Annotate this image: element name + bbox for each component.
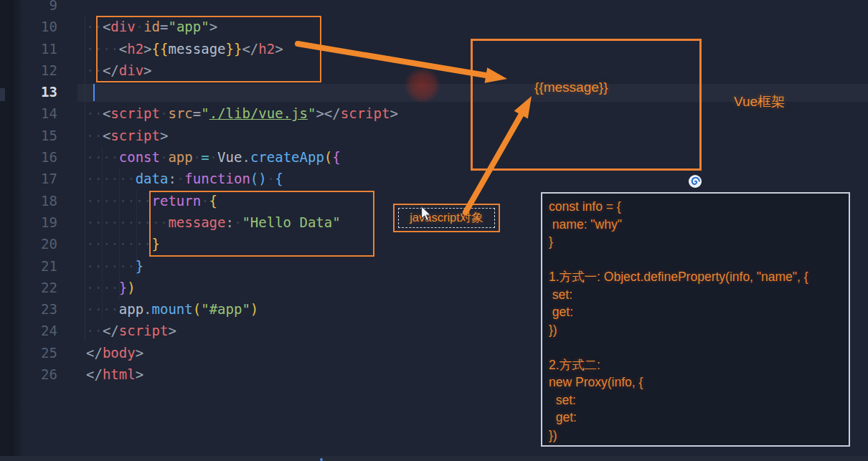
code-token: · <box>160 149 168 165</box>
code-token: · <box>209 149 217 165</box>
code-token: ·· <box>86 105 103 121</box>
code-token: ···· <box>86 301 119 317</box>
code-token: < <box>103 128 110 143</box>
code-token: src <box>168 105 192 121</box>
note-line: const info = { <box>549 198 842 216</box>
line-number: 23 <box>0 298 57 320</box>
code-token: > <box>136 366 143 382</box>
code-token: · <box>176 171 184 186</box>
line-number: 20 <box>0 233 57 255</box>
line-number: 19 <box>0 212 57 233</box>
note-line: name: "why" <box>549 216 842 234</box>
code-token: } <box>136 258 143 274</box>
code-token: app <box>119 301 143 317</box>
code-token: ) <box>250 301 258 317</box>
code-token: ·· <box>86 323 103 338</box>
editor-screen: 910··<div·id="app">11····<h2>{{message}}… <box>0 0 868 461</box>
line-number: 9 <box>0 0 57 16</box>
code-token: "#app" <box>201 301 250 317</box>
line-number: 15 <box>0 125 57 146</box>
note-line: get: <box>549 409 842 427</box>
code-token: " <box>308 105 316 121</box>
code-text: ····app.mount("#app") <box>86 298 258 320</box>
code-token: </ <box>324 105 341 121</box>
code-token: app <box>168 149 192 165</box>
code-token: Vue <box>217 149 242 165</box>
code-text: ······} <box>86 255 143 277</box>
code-token: ······ <box>86 171 136 186</box>
code-token: script <box>119 323 169 338</box>
code-token: " <box>201 105 209 121</box>
code-token: > <box>168 323 176 338</box>
code-token: > <box>390 105 397 121</box>
vue-framework-label: Vue框架 <box>734 92 785 111</box>
code-token: = <box>201 149 209 165</box>
line-number: 16 <box>0 146 57 168</box>
code-token: · <box>267 171 275 186</box>
code-token: ( <box>324 149 332 165</box>
code-token: script <box>110 128 160 143</box>
line-number: 24 <box>0 320 57 341</box>
note-line: new Proxy(info, { <box>549 374 842 391</box>
line-number: 22 <box>0 277 57 298</box>
code-token: : <box>168 171 176 186</box>
code-token: ···· <box>86 280 119 295</box>
code-token: mount <box>152 301 193 317</box>
note-line: } <box>549 233 842 251</box>
code-token: . <box>143 301 151 317</box>
note-line: get: <box>549 303 842 321</box>
code-token: const <box>119 149 160 165</box>
line-number: 12 <box>0 60 57 81</box>
code-line[interactable]: 17······data:·function()·{ <box>0 168 868 189</box>
code-token: ·· <box>86 128 103 143</box>
code-token: ········ <box>86 236 152 252</box>
annotation-rect-return-block <box>149 191 374 257</box>
laser-pointer-dot <box>405 67 440 103</box>
note-line: set: <box>549 391 842 409</box>
code-token: = <box>193 105 201 121</box>
code-token: </ <box>103 323 119 338</box>
code-token: ) <box>127 280 135 295</box>
code-line[interactable]: 9 <box>0 0 868 16</box>
line-number: 13 <box>0 81 57 103</box>
code-token: > <box>136 345 143 361</box>
code-text: </html> <box>86 363 143 385</box>
code-token: . <box>242 149 250 165</box>
code-token: </ <box>86 366 103 382</box>
code-line[interactable]: 15··<script> <box>0 125 868 146</box>
code-token: · <box>160 105 168 121</box>
line-number: 10 <box>0 16 57 37</box>
note-line: set: <box>549 286 842 304</box>
code-token: < <box>103 105 110 121</box>
annotation-rect-html-block <box>96 16 321 82</box>
code-token: </ <box>86 345 103 361</box>
code-token: ( <box>193 301 201 317</box>
annotation-rect-js-object: javascript对象 <box>393 204 500 232</box>
code-token: () <box>250 171 267 186</box>
code-token: body <box>103 345 136 361</box>
code-token: { <box>332 149 340 165</box>
code-token: script <box>341 105 390 121</box>
render-output-label: {{message}} <box>534 80 608 95</box>
spiral-tool-icon[interactable] <box>688 174 702 189</box>
line-number: 14 <box>0 103 57 124</box>
code-text: ······data:·function()·{ <box>86 168 283 189</box>
js-object-dashed-box: javascript对象 <box>398 208 495 228</box>
code-token: } <box>119 280 127 295</box>
code-token: script <box>110 105 160 121</box>
notes-panel: const info = { name: "why"}1.方式一: Object… <box>541 192 850 447</box>
code-line[interactable]: 16····const·app·=·Vue.createApp({ <box>0 146 868 168</box>
text-caret <box>93 84 95 101</box>
code-token: ···· <box>86 149 119 165</box>
code-token: function <box>184 171 250 186</box>
mouse-cursor <box>420 206 432 222</box>
code-token: · <box>193 149 201 165</box>
code-token: > <box>316 105 324 121</box>
note-line: }) <box>549 321 842 339</box>
code-text: ··<script·src="./lib/vue.js"></script> <box>86 103 398 124</box>
line-number: 11 <box>0 38 57 60</box>
annotation-rect-render-output: {{message}} <box>471 39 702 171</box>
code-text: ····const·app·=·Vue.createApp({ <box>86 146 341 168</box>
code-token: data <box>136 171 169 186</box>
line-number: 18 <box>0 190 57 212</box>
